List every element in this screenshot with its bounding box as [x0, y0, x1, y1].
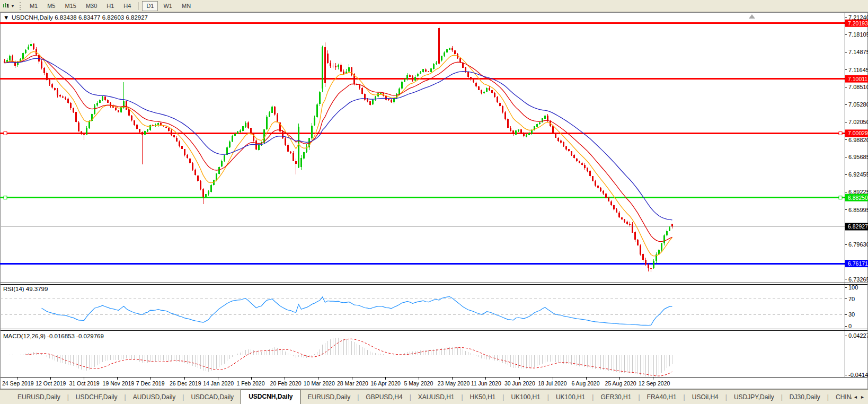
tab-uk100-h1[interactable]: UK100,H1: [549, 391, 592, 404]
timeframe-toolbar: ▼ M1M5M15M30H1H4D1W1MN: [0, 0, 868, 12]
svg-text:6.73265: 6.73265: [848, 276, 868, 283]
macd-label: MACD(12,26,9) -0.016853 -0.029769: [3, 333, 104, 339]
timeframe-button-m15[interactable]: M15: [60, 1, 80, 11]
svg-text:7.00029: 7.00029: [848, 130, 868, 136]
tabs-scroll-left-button[interactable]: ◂: [854, 394, 857, 400]
tab-usdjpy-daily[interactable]: USDJPY,Daily: [727, 391, 781, 404]
tab-eurusd-daily[interactable]: EURUSD,Daily: [11, 391, 67, 404]
tab-hk50-h1[interactable]: HK50,H1: [463, 391, 503, 404]
toolbar-separator: [138, 2, 139, 10]
price-chart-canvas[interactable]: 7.212407.181057.148757.116457.085107.052…: [0, 12, 868, 389]
autoscroll-marker-icon[interactable]: [749, 14, 755, 19]
svg-text:100: 100: [848, 284, 858, 291]
svg-text:10 Mar 2020: 10 Mar 2020: [304, 380, 335, 387]
candles-layer: [4, 27, 673, 272]
timeframe-button-mn[interactable]: MN: [178, 1, 195, 11]
svg-text:-0.04148: -0.04148: [848, 372, 868, 378]
svg-text:7.05280: 7.05280: [848, 101, 868, 108]
tab-xauusd-h1[interactable]: XAUUSD,H1: [411, 391, 462, 404]
svg-text:14 Jan 2020: 14 Jan 2020: [203, 380, 234, 387]
svg-text:6.98820: 6.98820: [848, 137, 868, 143]
svg-text:0.042275: 0.042275: [848, 332, 868, 339]
svg-text:12 Sep 2020: 12 Sep 2020: [639, 380, 670, 387]
svg-text:12 Oct 2019: 12 Oct 2019: [36, 380, 66, 387]
tab-usdcnh-daily[interactable]: USDCNH,Daily: [241, 390, 300, 404]
svg-text:6.79630: 6.79630: [848, 241, 868, 248]
svg-text:1 Feb 2020: 1 Feb 2020: [236, 380, 264, 387]
svg-text:11 Jun 2020: 11 Jun 2020: [471, 380, 501, 387]
tab-dj30-daily[interactable]: DJ30,Daily: [783, 391, 827, 404]
tab-usdcad-daily[interactable]: USDCAD,Daily: [184, 391, 241, 404]
svg-text:30: 30: [848, 311, 855, 318]
svg-text:7.18105: 7.18105: [848, 31, 868, 38]
svg-text:25 Aug 2020: 25 Aug 2020: [605, 380, 636, 387]
svg-text:6.92455: 6.92455: [848, 171, 868, 178]
rsi-pane: [0, 297, 845, 326]
date-axis: 24 Sep 201912 Oct 201931 Oct 201919 Nov …: [2, 377, 670, 387]
svg-text:70: 70: [848, 296, 855, 302]
chart-tool-icon[interactable]: [2, 2, 10, 10]
toolbar-grip-handle: [20, 2, 21, 10]
svg-text:6.95685: 6.95685: [848, 154, 868, 160]
ma-mid-line: [5, 56, 672, 242]
svg-text:6.88250: 6.88250: [848, 195, 868, 201]
ma-slow-line: [5, 58, 672, 220]
rsi-label: RSI(14) 49.3799: [3, 286, 48, 292]
timeframe-button-d1[interactable]: D1: [142, 1, 158, 11]
tab-fra40-h1[interactable]: FRA40,H1: [640, 391, 684, 404]
svg-text:19 Nov 2019: 19 Nov 2019: [103, 380, 135, 387]
svg-text:24 Sep 2019: 24 Sep 2019: [2, 380, 34, 387]
tab-gbpusd-h4[interactable]: GBPUSD,H4: [359, 391, 409, 404]
svg-text:6.82927: 6.82927: [848, 223, 868, 230]
tabs-scroll-right-button[interactable]: ▸: [861, 394, 864, 400]
tab-usdchf-daily[interactable]: USDCHF,Daily: [69, 391, 125, 404]
svg-text:6 Aug 2020: 6 Aug 2020: [571, 380, 599, 387]
svg-text:7.20193: 7.20193: [848, 20, 868, 27]
level-lines: [0, 23, 845, 264]
rsi-line: [42, 297, 672, 326]
timeframe-button-m30[interactable]: M30: [82, 1, 101, 11]
chart-title: USDCNH,Daily 6.83438 6.83477 6.82603 6.8…: [12, 14, 148, 21]
svg-text:28 Mar 2020: 28 Mar 2020: [337, 380, 368, 387]
timeframe-button-h4[interactable]: H4: [119, 1, 135, 11]
tab-uk100-h1[interactable]: UK100,H1: [504, 391, 547, 404]
svg-text:7.14875: 7.14875: [848, 49, 868, 55]
timeframe-button-h1[interactable]: H1: [102, 1, 118, 11]
svg-text:7 Dec 2019: 7 Dec 2019: [136, 380, 165, 387]
svg-text:7.10011: 7.10011: [848, 76, 867, 82]
tab-usoil-h4[interactable]: USOil,H4: [685, 391, 725, 404]
svg-text:26 Dec 2019: 26 Dec 2019: [170, 380, 201, 387]
svg-text:6.85995: 6.85995: [848, 207, 868, 213]
tab-audusd-daily[interactable]: AUDUSD,Daily: [126, 391, 183, 404]
chart-tool-dropdown-caret[interactable]: ▼: [10, 4, 17, 8]
chart-window[interactable]: 7.212407.181057.148757.116457.085107.052…: [0, 12, 868, 389]
tab-ger30-h1[interactable]: GER30,H1: [594, 391, 638, 404]
svg-text:31 Oct 2019: 31 Oct 2019: [69, 380, 99, 387]
svg-text:23 May 2020: 23 May 2020: [438, 380, 470, 387]
collapse-icon[interactable]: ▼: [3, 14, 9, 21]
svg-text:5 May 2020: 5 May 2020: [404, 380, 433, 387]
svg-text:20 Feb 2020: 20 Feb 2020: [270, 380, 302, 387]
svg-text:7.02050: 7.02050: [848, 119, 868, 125]
tab-eurusd-daily[interactable]: EURUSD,Daily: [300, 391, 357, 404]
tab-china300-h1[interactable]: CHINA300,H1: [829, 391, 852, 404]
macd-pane: [10, 338, 672, 376]
timeframe-button-w1[interactable]: W1: [159, 1, 176, 11]
svg-text:0: 0: [848, 323, 852, 329]
price-axis: 7.212407.181057.148757.116457.085107.052…: [845, 14, 868, 378]
svg-text:6.76171: 6.76171: [848, 260, 868, 267]
svg-text:7.08510: 7.08510: [848, 84, 868, 90]
timeframe-button-m1[interactable]: M1: [25, 1, 42, 11]
svg-text:30 Jun 2020: 30 Jun 2020: [504, 380, 535, 387]
svg-text:18 Jul 2020: 18 Jul 2020: [538, 380, 566, 387]
svg-text:7.11645: 7.11645: [848, 67, 868, 73]
svg-text:16 Apr 2020: 16 Apr 2020: [370, 380, 401, 387]
timeframe-button-m5[interactable]: M5: [43, 1, 59, 11]
chart-tab-bar: EURUSD,Daily|USDCHF,Daily|AUDUSD,Daily|U…: [0, 389, 868, 404]
